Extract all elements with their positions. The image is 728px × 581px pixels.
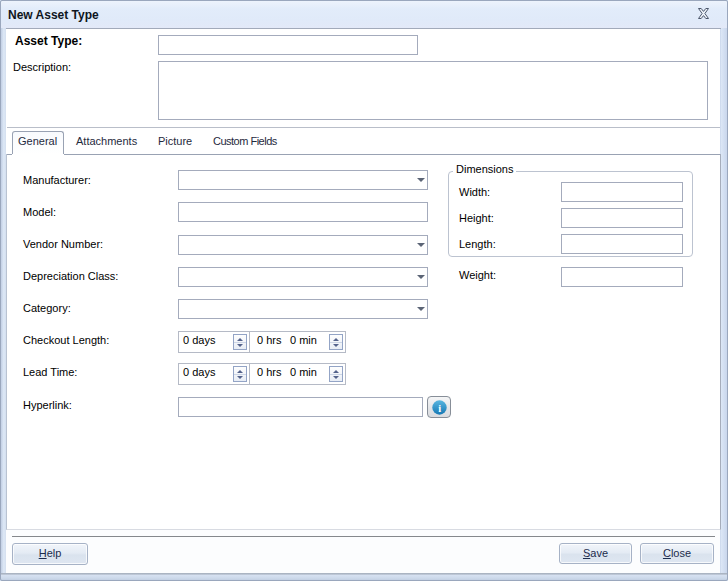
svg-text:i: i [438, 403, 441, 414]
